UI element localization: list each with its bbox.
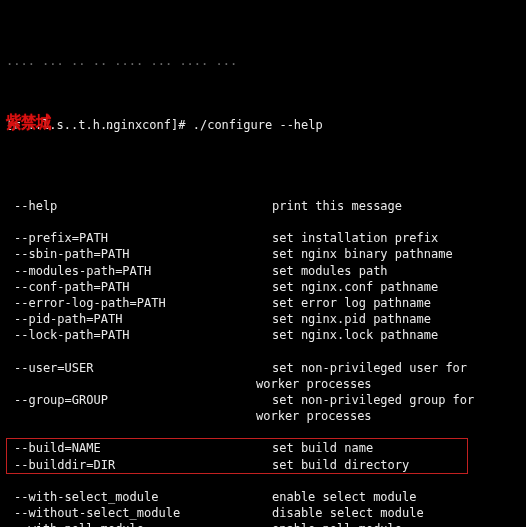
option-description: set nginx.conf pathname: [272, 279, 520, 295]
option-description: set build name: [272, 440, 520, 456]
help-row: --pid-path=PATHset nginx.pid pathname: [6, 311, 520, 327]
help-row: --lock-path=PATHset nginx.lock pathname: [6, 327, 520, 343]
option-description: set build directory: [272, 457, 520, 473]
option-description: set nginx.pid pathname: [272, 311, 520, 327]
blank-line: [6, 344, 520, 360]
option-flag: --without-select_module: [6, 505, 272, 521]
help-row: --modules-path=PATHset modules path: [6, 263, 520, 279]
option-flag: --pid-path=PATH: [6, 311, 272, 327]
help-row: --without-select_moduledisable select mo…: [6, 505, 520, 521]
option-flag: --modules-path=PATH: [6, 263, 272, 279]
obscured-line: .... ... .. .. .... ... .... ...: [6, 53, 520, 69]
option-description: enable poll module: [272, 521, 520, 527]
help-row: --error-log-path=PATHset error log pathn…: [6, 295, 520, 311]
option-description: set non-privileged group for: [272, 392, 520, 408]
help-row: --user=USERset non-privileged user for: [6, 360, 520, 376]
option-flag: --help: [6, 198, 272, 214]
blank-line: [6, 424, 520, 440]
option-flag: --conf-path=PATH: [6, 279, 272, 295]
option-description: set nginx binary pathname: [272, 246, 520, 262]
option-description: enable select module: [272, 489, 520, 505]
option-flag: --prefix=PATH: [6, 230, 272, 246]
help-row: --builddir=DIRset build directory: [6, 457, 520, 473]
option-description: set non-privileged user for: [272, 360, 520, 376]
prompt-tail: ]#: [171, 117, 193, 133]
option-flag: --with-poll_module: [6, 521, 272, 527]
option-flag: --user=USER: [6, 360, 272, 376]
help-row: --with-select_moduleenable select module: [6, 489, 520, 505]
option-flag: --build=NAME: [6, 440, 272, 456]
option-description-cont: worker processes: [6, 376, 520, 392]
option-description: set error log pathname: [272, 295, 520, 311]
option-description: set installation prefix: [272, 230, 520, 246]
option-flag: --error-log-path=PATH: [6, 295, 272, 311]
blank-line: [6, 182, 520, 198]
option-description: print this message: [272, 198, 520, 214]
help-row: --conf-path=PATHset nginx.conf pathname: [6, 279, 520, 295]
option-flag: --sbin-path=PATH: [6, 246, 272, 262]
option-description: set nginx.lock pathname: [272, 327, 520, 343]
option-flag: --group=GROUP: [6, 392, 272, 408]
help-row: --prefix=PATHset installation prefix: [6, 230, 520, 246]
help-row: --helpprint this message: [6, 198, 520, 214]
option-flag: --builddir=DIR: [6, 457, 272, 473]
redaction-stamp: [r...l.s..t.h.. 紫禁城: [6, 117, 102, 131]
option-flag: --lock-path=PATH: [6, 327, 272, 343]
command-text: ./configure --help: [193, 117, 323, 133]
blank-line: [6, 473, 520, 489]
terminal-output: .... ... .. .. .... ... .... ... [r...l.…: [0, 0, 526, 527]
help-row: --sbin-path=PATHset nginx binary pathnam…: [6, 246, 520, 262]
help-row: --build=NAMEset build name: [6, 440, 520, 456]
prompt-dir: nginxconf: [106, 117, 171, 133]
option-description: disable select module: [272, 505, 520, 521]
help-row: --group=GROUPset non-privileged group fo…: [6, 392, 520, 408]
help-row: --with-poll_moduleenable poll module: [6, 521, 520, 527]
option-description-cont: worker processes: [6, 408, 520, 424]
prompt-line: [r...l.s..t.h.. 紫禁城 nginxconf ]# ./confi…: [6, 117, 520, 133]
option-flag: --with-select_module: [6, 489, 272, 505]
option-description: set modules path: [272, 263, 520, 279]
blank-line: [6, 214, 520, 230]
watermark-icon: 紫禁城: [6, 112, 51, 134]
